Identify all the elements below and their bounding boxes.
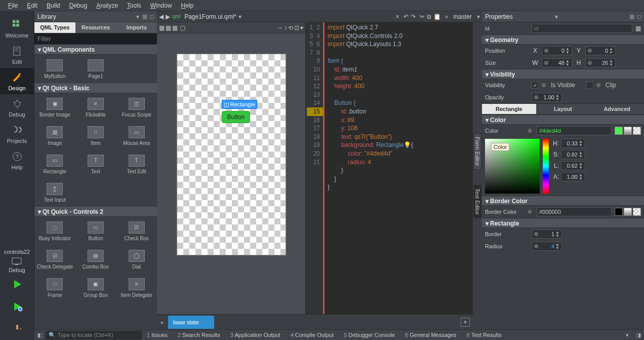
l-spin[interactable]: 0.62▲▼ (561, 161, 585, 170)
kit-selector[interactable]: controls22 Debug (0, 249, 34, 273)
item-border-image[interactable]: ▣Border Image (34, 93, 75, 122)
git-branch[interactable]: master (450, 13, 475, 20)
base-state[interactable]: base state (168, 316, 214, 329)
mode-design[interactable]: Design (0, 68, 34, 94)
panel-menu-icon[interactable]: ▾ (136, 13, 139, 20)
a-spin[interactable]: 1.00▲▼ (561, 172, 585, 181)
section-color[interactable]: Color (490, 117, 506, 124)
output-debugger[interactable]: 5Debugger Console (339, 332, 400, 338)
snap-parent-icon[interactable]: ▦ (166, 24, 171, 31)
menu-help[interactable]: Help (177, 1, 198, 10)
item-item-delegate[interactable]: ≡Item Delegate (116, 274, 157, 302)
section-qml-components[interactable]: ▾QML Components (34, 45, 157, 55)
item-checkbox[interactable]: ☑Check Box (116, 217, 157, 245)
filter-input[interactable]: Filter (34, 33, 157, 45)
outputs-menu-icon[interactable]: ▾ (622, 332, 633, 338)
item-mouse-area[interactable]: ▭Mouse Area (116, 122, 157, 150)
no-snap-icon[interactable]: ▦ (159, 24, 165, 31)
item-group-box[interactable]: ▣Group Box (75, 274, 116, 302)
cut-icon[interactable]: ✂ (420, 13, 425, 20)
mode-edit[interactable]: Edit (0, 42, 34, 68)
item-button[interactable]: ▭Button (75, 217, 116, 245)
ptab-rectangle[interactable]: Rectangle (482, 104, 536, 114)
item-focus-scope[interactable]: ◫Focus Scope (116, 93, 157, 122)
reset-icon[interactable]: ⟲ (288, 24, 293, 31)
s-spin[interactable]: 0.82▲▼ (561, 150, 585, 159)
output-issues[interactable]: 1Issues (142, 332, 173, 338)
width-icon[interactable]: ↔ (277, 24, 283, 31)
file-close-icon[interactable]: × (396, 13, 399, 20)
item-text-input[interactable]: T̲Text Input (34, 178, 75, 207)
menu-build[interactable]: Build (43, 1, 64, 10)
mode-welcome[interactable]: Welcome (0, 15, 34, 42)
run-icon[interactable] (11, 278, 23, 290)
menu-analyze[interactable]: Analyze (92, 1, 122, 10)
item-text[interactable]: TText (75, 150, 116, 178)
output-compile[interactable]: 4Compile Output (286, 332, 339, 338)
mode-projects[interactable]: Projects (0, 121, 34, 147)
ptab-layout[interactable]: Layout (536, 104, 590, 114)
tab-form-editor[interactable]: Form Editor (473, 133, 481, 169)
w-input[interactable]: 48▲▼ (542, 58, 572, 67)
item-combo-box[interactable]: ▤Combo Box (75, 245, 116, 274)
undo-icon[interactable]: ↶ (404, 13, 409, 20)
clip-checkbox[interactable] (586, 82, 593, 89)
add-state-icon[interactable]: + (461, 318, 470, 327)
border-swatch-solid[interactable] (615, 208, 623, 216)
tab-qml-types[interactable]: QML Types (34, 22, 75, 33)
tab-imports[interactable]: Imports (116, 22, 157, 33)
right-sidebar-icon[interactable]: ◨ (633, 332, 644, 338)
paste-icon[interactable]: 📋 (433, 13, 441, 20)
selection-label[interactable]: ◫Rectangle (222, 100, 258, 109)
swatch-none[interactable] (633, 127, 641, 135)
color-sat-box[interactable]: Color (485, 139, 540, 194)
redo-icon[interactable]: ↷ (411, 13, 416, 20)
border-swatch-gradient[interactable] (624, 208, 632, 216)
item-image[interactable]: ▧Image (34, 122, 75, 150)
nav-back-icon[interactable]: ◀ (159, 13, 164, 20)
panel-close-icon[interactable]: □ (150, 13, 154, 20)
id-action-icon[interactable]: ▦ (635, 25, 641, 32)
sidebar-toggle-icon[interactable]: ◧ (34, 332, 46, 338)
zoom-icon[interactable]: ⊡ (294, 24, 299, 31)
nav-fwd-icon[interactable]: ▶ (166, 13, 170, 20)
item-frame[interactable]: □Frame (34, 274, 75, 302)
tab-text-editor[interactable]: Text Editor (473, 185, 481, 218)
output-app[interactable]: 3Application Output (225, 332, 286, 338)
section-border-color[interactable]: Border Color (490, 198, 528, 205)
menu-window[interactable]: Window (146, 1, 176, 10)
item-dial[interactable]: ◯Dial (116, 245, 157, 274)
hue-slider[interactable] (543, 139, 549, 194)
item-mybutton[interactable]: MyButton (34, 55, 75, 83)
states-collapse-icon[interactable]: ▸ (161, 319, 164, 326)
code-editor[interactable]: import QtQuick 2.7 import QtQuick.Contro… (325, 22, 482, 329)
design-canvas[interactable]: ◫Rectangle Button (177, 54, 286, 255)
snap-anchor-icon[interactable]: ▦ (172, 24, 178, 31)
bounds-icon[interactable]: ▢ (180, 24, 185, 31)
id-input[interactable] (532, 24, 632, 33)
item-rectangle[interactable]: ▭Rectangle (34, 150, 75, 178)
radius-input[interactable]: 4▲▼ (532, 242, 562, 251)
h-spin[interactable]: 0.33▲▼ (561, 139, 585, 148)
ptab-advanced[interactable]: Advanced (590, 104, 644, 114)
section-qtquick-basic[interactable]: ▾Qt Quick - Basic (34, 83, 157, 93)
height-icon[interactable]: ↕ (284, 24, 287, 31)
menu-edit[interactable]: Edit (23, 1, 42, 10)
swatch-gradient[interactable] (624, 127, 632, 135)
visible-checkbox[interactable]: ✓ (532, 82, 539, 89)
props-menu-icon[interactable]: ▾ (555, 13, 558, 20)
tab-resources[interactable]: Resources (75, 22, 116, 33)
border-swatch-none[interactable] (633, 208, 641, 216)
item-page1[interactable]: Page1 (75, 55, 116, 83)
locator-input[interactable]: 🔍Type to locate (Ctrl+K) (46, 331, 142, 339)
menu-tools[interactable]: Tools (123, 1, 145, 10)
props-split-icon[interactable]: ⊞ (629, 13, 634, 20)
file-name[interactable]: Page1Form.ui.qml* (182, 13, 236, 20)
color-hex-input[interactable] (537, 126, 612, 135)
item-item[interactable]: □Item (75, 122, 116, 150)
item-busy-indicator[interactable]: ◌Busy Indicator (34, 217, 75, 245)
section-geometry[interactable]: Geometry (490, 36, 518, 44)
output-general[interactable]: 6General Messages (400, 332, 461, 338)
opacity-input[interactable]: 1.00▲▼ (532, 93, 562, 102)
swatch-solid[interactable] (615, 127, 623, 135)
